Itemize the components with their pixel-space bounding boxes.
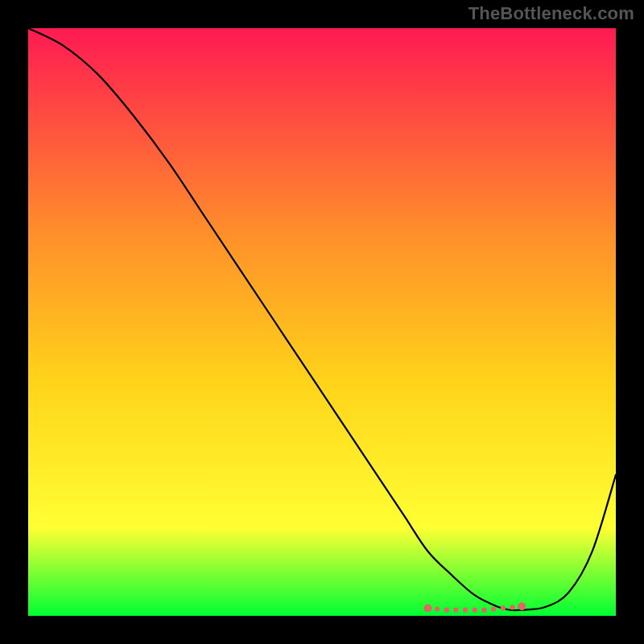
highlight-dot (463, 608, 468, 613)
highlight-dot (473, 608, 477, 613)
highlight-dot (501, 605, 506, 610)
highlight-dot (444, 608, 449, 613)
bottleneck-plot-svg (28, 28, 616, 616)
highlight-dot (510, 605, 514, 609)
highlight-dot (435, 606, 440, 611)
highlight-dot (518, 602, 526, 610)
highlight-dot (423, 605, 431, 613)
watermark-text: TheBottleneck.com (469, 3, 634, 24)
bottleneck-plot (28, 28, 616, 616)
highlight-dot (481, 608, 486, 613)
highlight-dot (491, 606, 496, 611)
gradient-background (28, 28, 616, 616)
chart-frame: TheBottleneck.com (0, 0, 644, 644)
highlight-dot (453, 608, 458, 613)
